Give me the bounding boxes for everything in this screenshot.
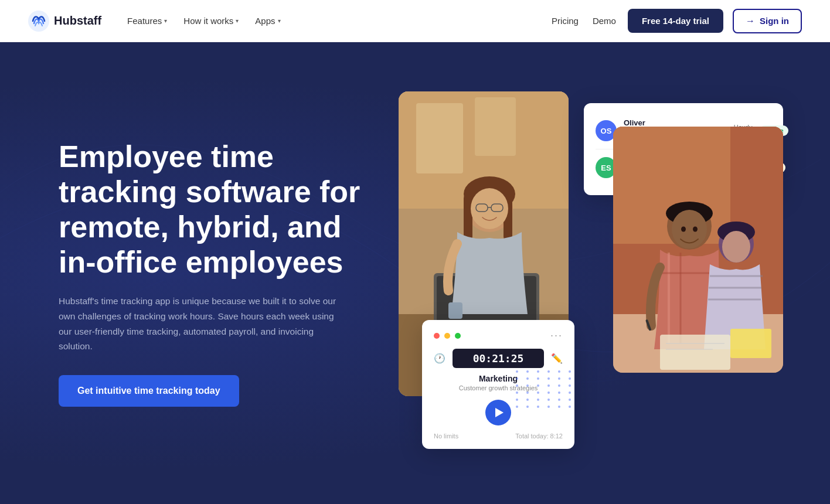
- dot-grid-item: [558, 384, 560, 387]
- dot-grid-item: [526, 391, 529, 394]
- timer-time-bar: 🕐 00:21:25 ✏️: [434, 349, 563, 368]
- svg-rect-11: [464, 194, 472, 241]
- dot-grid-item: [526, 370, 529, 373]
- dot-grid-item: [569, 391, 571, 394]
- nav-links: Features ▾ How it works ▾ Apps ▾: [120, 11, 287, 30]
- dot-grid-item: [516, 370, 518, 373]
- window-maximize-dot: [455, 333, 461, 339]
- dot-grid-item: [547, 377, 550, 380]
- nav-pricing[interactable]: Pricing: [549, 11, 581, 30]
- dot-grid-item: [516, 377, 518, 380]
- dot-grid-item: [537, 377, 539, 380]
- edit-icon[interactable]: ✏️: [551, 353, 563, 364]
- dot-grid-item: [537, 399, 539, 401]
- dot-grid-item: [537, 391, 539, 394]
- total-today-label: Total today: 8:12: [515, 433, 563, 440]
- hubstaff-logo-icon: [28, 11, 49, 32]
- svg-rect-40: [730, 329, 771, 358]
- dot-grid-item: [569, 384, 571, 387]
- window-close-dot: [434, 333, 440, 339]
- svg-rect-3: [416, 103, 463, 173]
- dot-grid-item: [547, 406, 550, 408]
- hero-section: Employee time tracking software for remo…: [0, 42, 830, 504]
- dot-grid-item: [569, 399, 571, 401]
- nav-features[interactable]: Features ▾: [120, 11, 174, 30]
- play-button[interactable]: [485, 400, 511, 425]
- logo-text: Hubstaff: [54, 14, 101, 28]
- dot-grid-item: [547, 399, 550, 401]
- timer-footer: No limits Total today: 8:12: [434, 433, 563, 440]
- signin-arrow-icon: →: [746, 16, 755, 26]
- how-it-works-chevron-icon: ▾: [236, 18, 239, 24]
- navbar: Hubstaff Features ▾ How it works ▾ Apps …: [0, 0, 830, 42]
- hero-title: Employee time tracking software for remo…: [59, 139, 375, 280]
- dot-grid-item: [547, 384, 550, 387]
- dot-grid-item: [516, 391, 518, 394]
- svg-rect-4: [475, 97, 516, 156]
- nav-left: Hubstaff Features ▾ How it works ▾ Apps …: [28, 11, 288, 32]
- hero-visuals: OS Oliver Stanford oliver@gmail.com PayP…: [399, 80, 783, 466]
- nav-how-it-works[interactable]: How it works ▾: [176, 11, 246, 30]
- dot-grid-item: [558, 406, 560, 408]
- window-controls: [434, 333, 461, 339]
- dot-grid-item: [558, 391, 560, 394]
- dot-grid-item: [526, 377, 529, 380]
- timer-header: ···: [434, 329, 563, 342]
- photo-group-office: [613, 127, 783, 373]
- timer-display: 00:21:25: [453, 349, 544, 368]
- window-minimize-dot: [444, 333, 450, 339]
- apps-chevron-icon: ▾: [278, 18, 281, 24]
- hero-content: Employee time tracking software for remo…: [59, 139, 375, 406]
- features-chevron-icon: ▾: [164, 18, 167, 24]
- dot-grid-item: [516, 384, 518, 387]
- svg-point-33: [722, 231, 750, 263]
- timer-menu-icon[interactable]: ···: [550, 329, 563, 342]
- logo[interactable]: Hubstaff: [28, 11, 101, 32]
- dot-grid-item: [558, 377, 560, 380]
- nav-demo[interactable]: Demo: [590, 11, 618, 30]
- play-icon: [495, 408, 504, 417]
- dot-grid-item: [537, 384, 539, 387]
- dot-grid-item: [569, 377, 571, 380]
- group-illustration: [613, 127, 783, 373]
- free-trial-button[interactable]: Free 14-day trial: [628, 9, 723, 33]
- svg-rect-37: [660, 335, 730, 370]
- no-limits-label: No limits: [434, 433, 458, 440]
- nav-right: Pricing Demo Free 14-day trial → Sign in: [549, 9, 802, 33]
- clock-icon: 🕐: [434, 353, 445, 364]
- dot-grid-item: [569, 406, 571, 408]
- dot-grid-item: [547, 391, 550, 394]
- dot-grid-item: [516, 406, 518, 408]
- hero-cta-button[interactable]: Get intuitive time tracking today: [59, 375, 239, 407]
- dot-grid-item: [547, 370, 550, 373]
- dot-grid-item: [558, 399, 560, 401]
- dot-grid-item: [537, 370, 539, 373]
- svg-rect-17: [448, 302, 462, 319]
- svg-point-25: [681, 227, 686, 232]
- sign-in-button[interactable]: → Sign in: [733, 9, 802, 33]
- dot-grid-item: [569, 370, 571, 373]
- nav-apps[interactable]: Apps ▾: [248, 11, 287, 30]
- dot-grid-item: [516, 399, 518, 401]
- dot-grid-decoration: // Render dot grid const grid = document…: [516, 370, 574, 408]
- dot-grid-item: [537, 406, 539, 408]
- dot-grid-item: [526, 406, 529, 408]
- hero-subtitle: Hubstaff's time tracking app is unique b…: [59, 294, 340, 353]
- dot-grid-item: [558, 370, 560, 373]
- dot-grid-item: [526, 384, 529, 387]
- svg-point-26: [693, 227, 698, 232]
- dot-grid-item: [526, 399, 529, 401]
